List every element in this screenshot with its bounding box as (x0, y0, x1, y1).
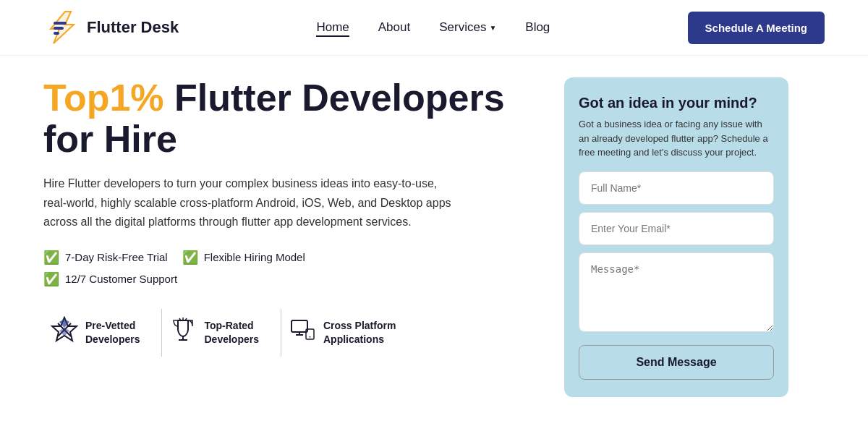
badge-pre-vetted: Pre-VettedDevelopers (43, 309, 162, 357)
message-textarea[interactable] (579, 252, 774, 332)
feature-row-2: ✅ 12/7 Customer Support (43, 271, 535, 287)
features-list: ✅ 7-Day Risk-Free Trial ✅ Flexible Hirin… (43, 250, 535, 287)
checkmark-icon: ✅ (43, 250, 59, 265)
hero-title: Top1% Flutter Developers for Hire (43, 77, 535, 160)
nav-links: Home About Services ▼ Blog (316, 20, 550, 35)
full-name-input[interactable] (579, 171, 774, 205)
badge-top-rated: Top-RatedDevelopers (162, 309, 281, 357)
svg-rect-2 (54, 22, 67, 25)
logo-area: Flutter Desk (43, 9, 179, 46)
badge-cross-platform: Cross PlatformApplications (281, 309, 417, 357)
flutter-badge-icon (51, 316, 78, 349)
checkmark-icon-2: ✅ (182, 250, 198, 265)
nav-blog[interactable]: Blog (525, 20, 550, 35)
feature-risk-free-label: 7-Day Risk-Free Trial (65, 251, 168, 263)
nav-home[interactable]: Home (316, 20, 349, 35)
schedule-meeting-button[interactable]: Schedule A Meeting (688, 12, 825, 44)
navbar: Flutter Desk Home About Services ▼ Blog … (0, 0, 868, 56)
logo-text: Flutter Desk (87, 18, 179, 37)
send-message-button[interactable]: Send Message (579, 345, 774, 380)
contact-form-panel: Got an idea in your mind? Got a business… (564, 77, 788, 397)
nav-home-link[interactable]: Home (316, 20, 349, 37)
email-input[interactable] (579, 212, 774, 245)
form-subtitle: Got a business idea or facing any issue … (579, 117, 774, 160)
badge-cross-platform-label: Cross PlatformApplications (323, 319, 396, 345)
nav-about-link[interactable]: About (378, 20, 410, 34)
badge-pre-vetted-label: Pre-VettedDevelopers (85, 319, 140, 345)
feature-row-1: ✅ 7-Day Risk-Free Trial ✅ Flexible Hirin… (43, 250, 535, 265)
checkmark-icon-3: ✅ (43, 271, 59, 287)
main-content: Top1% Flutter Developers for Hire Hire F… (0, 56, 868, 412)
feature-support: ✅ 12/7 Customer Support (43, 271, 177, 287)
screen-badge-icon (289, 316, 316, 349)
badge-top-rated-label: Top-RatedDevelopers (204, 319, 258, 345)
nav-about[interactable]: About (378, 20, 410, 35)
left-section: Top1% Flutter Developers for Hire Hire F… (43, 77, 535, 357)
hero-description: Hire Flutter developers to turn your com… (43, 174, 463, 231)
feature-support-label: 12/7 Customer Support (65, 273, 177, 285)
chevron-down-icon: ▼ (489, 24, 496, 32)
form-title: Got an idea in your mind? (579, 95, 774, 111)
svg-rect-3 (54, 27, 64, 30)
feature-hiring-model-label: Flexible Hiring Model (204, 251, 305, 263)
feature-risk-free: ✅ 7-Day Risk-Free Trial (43, 250, 168, 265)
nav-services-link[interactable]: Services ▼ (439, 20, 496, 35)
nav-blog-link[interactable]: Blog (525, 20, 550, 34)
trophy-badge-icon (169, 316, 197, 349)
svg-rect-4 (54, 32, 59, 35)
svg-rect-13 (292, 320, 307, 332)
hero-title-highlight: Top1% (43, 77, 164, 119)
nav-services[interactable]: Services ▼ (439, 20, 496, 35)
badges-row: Pre-VettedDevelopers (43, 309, 535, 357)
feature-hiring-model: ✅ Flexible Hiring Model (182, 250, 305, 265)
flutter-desk-logo-icon (43, 9, 81, 46)
